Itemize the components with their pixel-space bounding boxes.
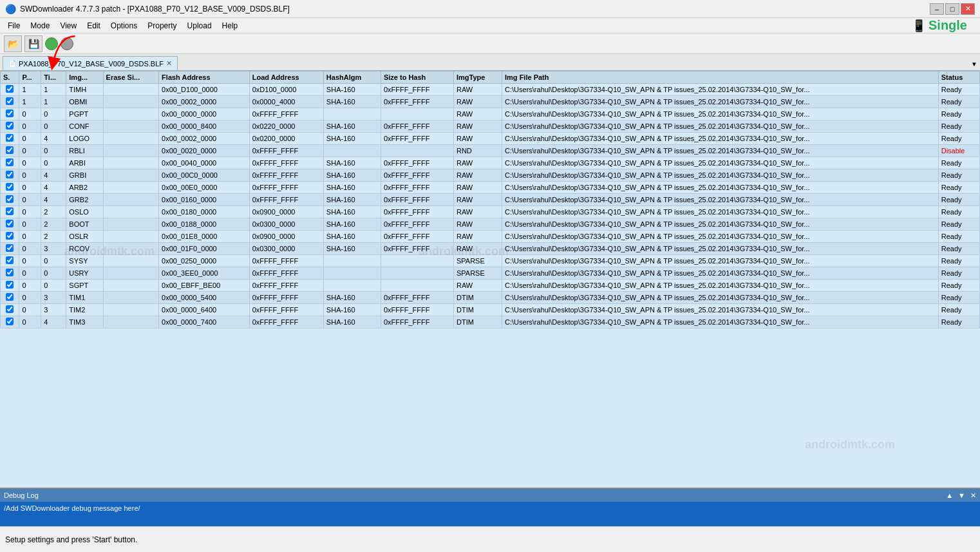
stop-button[interactable] [61,37,73,50]
row-checkbox-0[interactable] [6,85,14,93]
row-checkbox-9[interactable] [6,195,14,203]
cell-0-2: 1 [41,84,66,96]
row-checkbox-11[interactable] [6,220,14,227]
cell-8-7: SHA-160 [323,182,381,194]
row-checkbox-12[interactable] [6,232,14,240]
tab-dropdown-button[interactable]: ▼ [971,61,977,68]
cell-8-2: 4 [41,182,66,194]
cell-8-11: Ready [938,182,979,194]
cell-3-7: SHA-160 [323,120,381,133]
table-row: 03RCOV0x00_01F0_00000x0300_0000SHA-1600x… [1,243,980,255]
cell-1-0[interactable] [1,96,19,108]
cell-3-4 [103,120,159,133]
menu-view[interactable]: View [55,20,82,32]
cell-1-7: SHA-160 [323,96,381,108]
table-row: 11TIMH0x00_D100_00000xD100_0000SHA-1600x… [1,84,980,96]
cell-4-0[interactable] [1,133,19,145]
cell-17-7: SHA-160 [323,292,381,304]
file-tab[interactable]: 📄 PXA1088_P70_V12_BASE_V009_DSDS.BLF ✕ [3,56,178,70]
cell-2-7 [323,108,381,120]
cell-11-3: BOOT [66,218,103,231]
debug-down-button[interactable]: ▼ [958,491,965,500]
row-checkbox-2[interactable] [6,109,14,117]
col-header-p: P... [19,71,41,84]
cell-11-11: Ready [938,218,979,231]
cell-0-0[interactable] [1,84,19,96]
cell-19-0[interactable] [1,316,19,328]
cell-5-4 [103,145,159,157]
row-checkbox-3[interactable] [6,122,14,129]
row-checkbox-4[interactable] [6,134,14,142]
menu-help[interactable]: Help [217,20,243,32]
close-button[interactable]: ✕ [961,3,975,15]
cell-13-0[interactable] [1,243,19,255]
row-checkbox-15[interactable] [6,269,14,276]
row-checkbox-14[interactable] [6,256,14,264]
cell-17-0[interactable] [1,292,19,304]
tab-close-button[interactable]: ✕ [166,59,172,68]
cell-12-2: 2 [41,231,66,243]
row-checkbox-6[interactable] [6,158,14,166]
cell-4-5: 0x00_0002_0000 [159,133,250,145]
menu-file[interactable]: File [3,20,25,32]
table-row: 00PGPT0x00_0000_00000xFFFF_FFFFRAWC:\Use… [1,108,980,120]
minimize-button[interactable]: – [930,3,944,15]
cell-17-2: 3 [41,292,66,304]
cell-11-2: 2 [41,218,66,231]
cell-3-0[interactable] [1,120,19,133]
cell-16-0[interactable] [1,280,19,292]
row-checkbox-1[interactable] [6,97,14,105]
cell-12-9: RAW [453,231,502,243]
cell-8-5: 0x00_00E0_0000 [159,182,250,194]
start-button[interactable] [45,37,58,50]
row-checkbox-8[interactable] [6,183,14,191]
cell-6-0[interactable] [1,157,19,169]
cell-14-3: SYSY [66,255,103,267]
cell-0-7: SHA-160 [323,84,381,96]
menu-property[interactable]: Property [142,20,182,32]
debug-up-button[interactable]: ▲ [946,491,953,500]
cell-15-0[interactable] [1,267,19,280]
cell-10-4 [103,206,159,218]
cell-14-0[interactable] [1,255,19,267]
cell-18-0[interactable] [1,304,19,316]
cell-12-0[interactable] [1,231,19,243]
cell-11-0[interactable] [1,218,19,231]
table-row: 04TIM30x00_0000_74000xFFFF_FFFFSHA-1600x… [1,316,980,328]
menu-edit[interactable]: Edit [82,20,106,32]
cell-9-1: 0 [19,194,41,206]
maximize-button[interactable]: □ [945,3,959,15]
cell-8-0[interactable] [1,182,19,194]
table-row: 04ARB20x00_00E0_00000xFFFF_FFFFSHA-1600x… [1,182,980,194]
cell-2-8 [381,108,453,120]
cell-16-5: 0x00_EBFF_BE00 [159,280,250,292]
menu-upload[interactable]: Upload [182,20,217,32]
cell-5-0[interactable] [1,145,19,157]
cell-5-11: Disable [938,145,979,157]
row-checkbox-18[interactable] [6,305,14,313]
cell-11-10: C:\Users\rahul\Desktop\3G7334-Q10_SW_APN… [502,218,939,231]
row-checkbox-10[interactable] [6,207,14,215]
status-bar: Setup settings and press 'Start' button. [0,526,980,552]
menu-options[interactable]: Options [106,20,142,32]
cell-5-1: 0 [19,145,41,157]
cell-7-7: SHA-160 [323,169,381,182]
open-button[interactable]: 📂 [4,35,22,52]
row-checkbox-17[interactable] [6,293,14,301]
row-checkbox-16[interactable] [6,281,14,289]
cell-6-7: SHA-160 [323,157,381,169]
row-checkbox-7[interactable] [6,171,14,178]
cell-12-5: 0x00_01E8_0000 [159,231,250,243]
row-checkbox-13[interactable] [6,244,14,252]
menu-mode[interactable]: Mode [25,20,55,32]
cell-2-0[interactable] [1,108,19,120]
row-checkbox-5[interactable] [6,146,14,154]
debug-close-button[interactable]: ✕ [970,491,976,500]
cell-9-0[interactable] [1,194,19,206]
row-checkbox-19[interactable] [6,318,14,325]
cell-7-0[interactable] [1,169,19,182]
title-bar-controls[interactable]: – □ ✕ [930,3,975,15]
window-title: SWDownloader 4.7.7.3 patch - [PXA1088_P7… [20,5,290,14]
save-button[interactable]: 💾 [24,35,42,52]
cell-10-0[interactable] [1,206,19,218]
